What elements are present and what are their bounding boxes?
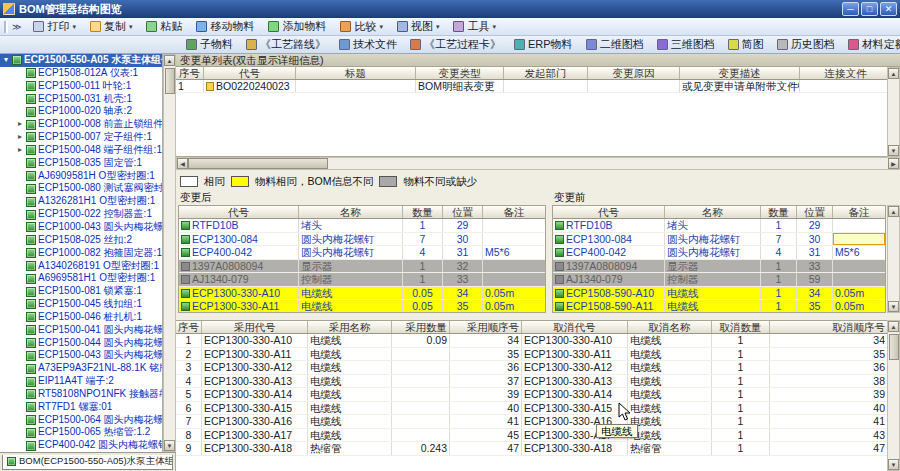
tree-item[interactable]: ECP1000-020 轴承:2	[0, 105, 162, 118]
view-tab[interactable]: 历史图档	[771, 36, 841, 53]
column-header[interactable]: 代号	[204, 67, 296, 79]
view-tab[interactable]: 子物料	[180, 36, 239, 53]
detail-row[interactable]: 5 ECP1300-330-A14 电缆线 39 ECP1300-330-A14…	[176, 388, 887, 402]
tree-item[interactable]: RT7FD1 镙塞:01	[0, 401, 162, 414]
detail-row[interactable]: 7 ECP1300-330-A16 电缆线 41 ECP1300-330-A16…	[176, 415, 887, 429]
scroll-thumb[interactable]	[188, 158, 328, 169]
maximize-button-icon[interactable]: □	[861, 2, 878, 16]
compare-row[interactable]: ECP1508-590-A11 电缆线 1 35 0.05m	[553, 300, 885, 313]
view-tab[interactable]: 二维图档	[580, 36, 650, 53]
expander-icon[interactable]: ▸	[16, 144, 24, 157]
detail-row[interactable]: 4 ECP1300-330-A13 电缆线 37 ECP1300-330-A13…	[176, 375, 887, 389]
compare-row[interactable]: ECP400-042 圆头内梅花螺钉 4 31 M5*6	[553, 246, 885, 260]
column-header[interactable]: 名称	[665, 206, 761, 218]
tree-item[interactable]: ECP1000-082 抱箍固定器:1	[0, 247, 162, 260]
tree-item[interactable]: ECP1500-064 圆头内梅花螺钉:2	[0, 414, 162, 427]
column-header[interactable]: 取消数量	[712, 321, 770, 333]
view-tab[interactable]: 《工艺过程卡》	[404, 36, 507, 53]
column-header[interactable]: 序号	[176, 67, 204, 79]
scroll-up-icon[interactable]	[888, 68, 899, 79]
toolbar-overflow-icon[interactable]: ≫	[12, 22, 21, 32]
column-header[interactable]: 标题	[296, 67, 416, 79]
change-list-hscrollbar[interactable]	[176, 157, 900, 170]
toolbar-button[interactable]: 移动物料 ▾	[190, 19, 260, 35]
detail-row[interactable]: 6 ECP1300-330-A15 电缆线 40 ECP1300-330-A15…	[176, 402, 887, 416]
tree-item[interactable]: A6969581H1 O型密封圈:1	[0, 272, 162, 285]
toolbar-button[interactable]: 添加物料 ▾	[262, 19, 332, 35]
column-header[interactable]: 取消顺序号	[770, 321, 887, 333]
tree-bottom-tab[interactable]: BOM(ECP1500-550-A05)水泵主体组...	[2, 455, 173, 470]
column-header[interactable]: 连接文件	[800, 67, 887, 79]
column-header[interactable]: 代号	[179, 206, 299, 218]
column-header[interactable]: 名称	[299, 206, 403, 218]
scroll-up-icon[interactable]	[888, 206, 899, 217]
view-tab[interactable]: ERP物料	[508, 36, 579, 53]
tree-item[interactable]: ECP1500-043 圆头内梅花螺钉:4	[0, 349, 162, 362]
tree-item[interactable]: A1326281H1 O型密封圈:1	[0, 195, 162, 208]
tree-item[interactable]: ▸ ECP1500-048 端子组件组:1	[0, 144, 162, 157]
tree-item[interactable]: ECP1500-045 线扣组:1	[0, 298, 162, 311]
view-tab[interactable]: 三维图档	[651, 36, 721, 53]
tree-item[interactable]: EIP11A4T 端子:2	[0, 375, 162, 388]
compare-row[interactable]: AJ1340-079 控制器 1 33	[179, 273, 545, 287]
tree-item[interactable]: AJ6909581H O型密封圈:1	[0, 170, 162, 183]
column-header[interactable]: 变更类型	[416, 67, 504, 79]
tree-item[interactable]: ECP1500-011 叶轮:1	[0, 80, 162, 93]
column-header[interactable]: 取消名称	[628, 321, 712, 333]
toolbar-grip-icon[interactable]	[4, 21, 8, 33]
compare-row[interactable]: ECP400-042 圆头内梅花螺钉 4 31 M5*6	[179, 246, 545, 260]
tree-item[interactable]: ECP1508-035 固定管:1	[0, 157, 162, 170]
view-tab[interactable]: 技术文件	[333, 36, 403, 53]
tree-item[interactable]: ECP1508-012A 仪表:1	[0, 67, 162, 80]
column-header[interactable]: 采用顺序号	[450, 321, 522, 333]
column-header[interactable]: 位置	[443, 206, 483, 218]
toolbar-button[interactable]: 复制 ▾	[84, 19, 139, 35]
tree-item[interactable]: ECP1000-043 圆头内梅花螺钉:4	[0, 221, 162, 234]
compare-row[interactable]: AJ1340-079 控制器 1 59	[553, 273, 885, 287]
compare-row[interactable]: RTFD10B 堵头 1 29	[553, 219, 885, 233]
scroll-up-icon[interactable]	[164, 55, 175, 66]
tree-item[interactable]: ECP1500-031 机壳:1	[0, 93, 162, 106]
detail-row[interactable]: 8 ECP1300-330-A17 电缆线 45 ECP1300-330-A17…	[176, 429, 887, 443]
tree-item[interactable]: A73EP9A3F21NL-88.1K 铭牌:1	[0, 362, 162, 375]
close-button-icon[interactable]: ✕	[880, 2, 897, 16]
column-header[interactable]: 变更描述	[680, 67, 800, 79]
tree-item[interactable]: ▾ ECP1500-550-A05 水泵主体组件:	[0, 54, 162, 67]
column-header[interactable]: 采用数量	[392, 321, 450, 333]
tree-item[interactable]: ECP1500-081 锁紧塞:1	[0, 285, 162, 298]
scroll-down-icon[interactable]	[888, 459, 899, 470]
detail-row[interactable]: 1 ECP1300-330-A10 电缆线 0.09 34 ECP1300-33…	[176, 334, 887, 348]
tree-item[interactable]: ▸ ECP1000-008 前盖止锁组件:2	[0, 118, 162, 131]
expander-icon[interactable]: ▸	[16, 118, 24, 131]
scroll-down-icon[interactable]	[888, 301, 899, 312]
tree-item[interactable]: ECP1500-044 圆头内梅花螺钉:4	[0, 337, 162, 350]
tree-item[interactable]: ▸ ECP1500-007 定子组件:1	[0, 131, 162, 144]
tree-item[interactable]: ECP1500-022 控制器盖:1	[0, 208, 162, 221]
column-header[interactable]: 数量	[403, 206, 443, 218]
scroll-right-icon[interactable]	[888, 158, 899, 169]
view-tab[interactable]: 《工艺路线》	[240, 36, 332, 53]
column-header[interactable]: 取消代号	[522, 321, 628, 333]
tree-item[interactable]: ECP1500-046 桩扎机:1	[0, 311, 162, 324]
detail-row[interactable]: 3 ECP1300-330-A12 电缆线 36 ECP1300-330-A12…	[176, 361, 887, 375]
tree-item[interactable]: ECP1500-080 测试塞阀密封:1	[0, 182, 162, 195]
expander-icon[interactable]: ▸	[16, 131, 24, 144]
tree-item[interactable]: A1340268191 O型密封圈:1	[0, 260, 162, 273]
compare-row[interactable]: RTFD10B 堵头 1 29	[179, 219, 545, 233]
tree-scrollbar[interactable]	[163, 54, 176, 452]
toolbar-button[interactable]: 比较 ▾	[334, 19, 389, 35]
scroll-thumb[interactable]	[889, 334, 899, 360]
detail-row[interactable]: 2 ECP1300-330-A11 电缆线 35 ECP1300-330-A11…	[176, 348, 887, 362]
view-tab[interactable]: 材料定额	[842, 36, 900, 53]
compare-table-scrollbar[interactable]	[887, 205, 900, 313]
column-header[interactable]: 数量	[761, 206, 797, 218]
tree-item[interactable]: ECP400-042 圆头内梅花螺钉:4	[0, 439, 162, 452]
detail-table-scrollbar[interactable]	[887, 320, 900, 471]
tree-item[interactable]: ECP1500-041 圆头内梅花螺钉:4	[0, 324, 162, 337]
detail-row[interactable]: 9 ECP1300-330-A18 热缩管 0.243 47 ECP1300-3…	[176, 442, 887, 456]
column-header[interactable]: 发起部门	[504, 67, 588, 79]
column-header[interactable]: 位置	[797, 206, 833, 218]
toolbar-button[interactable]: 打印 ▾	[27, 19, 82, 35]
column-header[interactable]: 代号	[553, 206, 665, 218]
minimize-button-icon[interactable]: ─	[842, 2, 859, 16]
